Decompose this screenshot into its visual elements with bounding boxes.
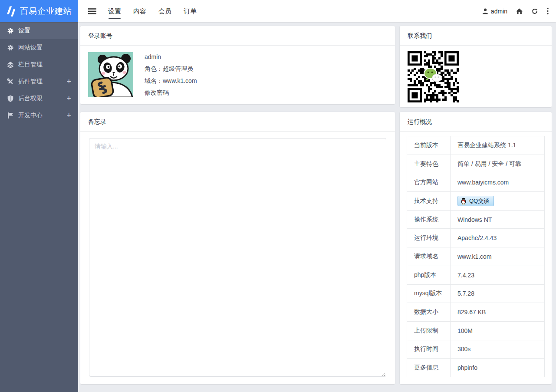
wechat-qr-code bbox=[408, 51, 459, 102]
right-column: 联系我们 运行概况 bbox=[400, 26, 552, 384]
tools-icon bbox=[7, 78, 14, 85]
tab-content[interactable]: 内容 bbox=[133, 0, 146, 22]
gear-icon bbox=[7, 27, 14, 34]
status-row-label: 执行时间 bbox=[407, 340, 451, 359]
user-icon bbox=[482, 8, 489, 15]
nav-tabs: 设置内容会员订单 bbox=[102, 0, 203, 22]
top-header: 百易企业建站 设置内容会员订单 admin bbox=[0, 0, 556, 22]
status-row-value: phpinfo bbox=[451, 359, 484, 377]
account-domain: 域名：www.k1.com bbox=[145, 76, 197, 85]
brand-title: 百易企业建站 bbox=[20, 6, 72, 17]
refresh-icon[interactable] bbox=[531, 8, 538, 15]
sidebar-item-label: 开发中心 bbox=[18, 112, 43, 119]
status-row-value: Windows NT bbox=[451, 211, 499, 229]
login-account-card: 登录账号 bbox=[80, 26, 395, 104]
status-row-value: Apache/2.4.43 bbox=[451, 229, 503, 247]
status-row-label: 请求域名 bbox=[407, 247, 451, 266]
tab-orders[interactable]: 订单 bbox=[184, 0, 197, 22]
status-row-value: 简单 / 易用 / 安全 / 可靠 bbox=[451, 155, 528, 173]
main-content: 登录账号 bbox=[78, 22, 556, 392]
memo-textarea[interactable] bbox=[89, 138, 386, 377]
status-table-row: 技术支持 QQ交谈 bbox=[407, 192, 544, 211]
status-row-label: php版本 bbox=[407, 266, 451, 284]
shield-icon bbox=[7, 95, 14, 102]
status-row-value: 829.67 KB bbox=[451, 303, 493, 321]
sidebar-item-label: 网站设置 bbox=[18, 44, 43, 52]
status-row-label: 运行环境 bbox=[407, 229, 451, 247]
status-row-value: 5.7.28 bbox=[451, 285, 481, 303]
status-row-value: www.baiyicms.com bbox=[451, 173, 516, 191]
username-label: admin bbox=[491, 8, 507, 15]
status-table-row: 更多信息 phpinfo bbox=[407, 359, 544, 377]
sidebar-item-permissions[interactable]: 后台权限 + bbox=[0, 90, 78, 107]
sidebar-item-label: 栏目管理 bbox=[18, 61, 43, 69]
status-row-value: 百易企业建站系统 1.1 bbox=[451, 136, 523, 155]
sidebar-item-site-settings[interactable]: 网站设置 + bbox=[0, 39, 78, 56]
qq-chat-label: QQ交谈 bbox=[469, 197, 489, 205]
status-row-label: 更多信息 bbox=[407, 359, 451, 377]
status-table-row: 请求域名 www.k1.com bbox=[407, 247, 544, 266]
status-row-value: 7.4.23 bbox=[451, 266, 481, 284]
plus-icon[interactable]: + bbox=[66, 78, 71, 86]
tab-members[interactable]: 会员 bbox=[158, 0, 171, 22]
login-account-body: admin 角色：超级管理员 域名：www.k1.com 修改密码 bbox=[80, 46, 395, 104]
status-table-row: 数据大小 829.67 KB bbox=[407, 303, 544, 322]
wechat-icon bbox=[423, 67, 443, 85]
status-row-value: www.k1.com bbox=[451, 247, 499, 266]
sidebar-item-label: 后台权限 bbox=[18, 95, 43, 102]
sidebar-item-plugins[interactable]: 插件管理 + bbox=[0, 73, 78, 90]
status-table-row: mysql版本 5.7.28 bbox=[407, 285, 544, 303]
account-username: admin bbox=[145, 53, 197, 61]
left-column: 登录账号 bbox=[80, 26, 395, 384]
tab-settings[interactable]: 设置 bbox=[108, 0, 121, 22]
qq-chat-button[interactable]: QQ交谈 bbox=[457, 196, 494, 206]
contact-card: 联系我们 bbox=[400, 26, 552, 107]
hamburger-icon[interactable] bbox=[82, 8, 102, 15]
system-status-card-title: 运行概况 bbox=[400, 112, 552, 132]
sidebar-item-dev-center[interactable]: 开发中心 + bbox=[0, 107, 78, 124]
brand-slashes-icon bbox=[6, 5, 16, 17]
sidebar-item-settings[interactable]: 设置 + bbox=[0, 22, 78, 39]
sidebar: 设置 + 网站设置 + 栏目管理 + 插件管理 + 后台权限 + 开发中心 + bbox=[0, 22, 78, 392]
status-row-label: mysql版本 bbox=[407, 285, 451, 303]
system-status-card: 运行概况 当前版本 百易企业建站系统 1.1 主要特色 简单 / 易用 / 安全… bbox=[400, 112, 552, 384]
status-row-label: 数据大小 bbox=[407, 303, 451, 321]
change-password-link[interactable]: 修改密码 bbox=[145, 88, 197, 97]
status-table-row: 上传限制 100M bbox=[407, 322, 544, 340]
contact-body bbox=[400, 46, 552, 108]
panda-avatar bbox=[88, 52, 133, 97]
login-account-card-title: 登录账号 bbox=[80, 26, 395, 46]
account-info: admin 角色：超级管理员 域名：www.k1.com 修改密码 bbox=[145, 52, 197, 97]
status-table-row: 当前版本 百易企业建站系统 1.1 bbox=[407, 136, 544, 155]
status-table-row: 执行时间 300s bbox=[407, 340, 544, 359]
flag-icon bbox=[7, 112, 14, 119]
memo-card-title: 备忘录 bbox=[80, 112, 395, 132]
brand-logo[interactable]: 百易企业建站 bbox=[0, 0, 78, 22]
account-role: 角色：超级管理员 bbox=[145, 64, 197, 73]
home-icon[interactable] bbox=[516, 8, 523, 15]
status-row-value: 100M bbox=[451, 322, 480, 340]
gear-icon bbox=[7, 44, 14, 51]
status-row-label: 官方网站 bbox=[407, 173, 451, 191]
status-row-label: 当前版本 bbox=[407, 136, 451, 155]
plus-icon[interactable]: + bbox=[66, 112, 71, 119]
contact-card-title: 联系我们 bbox=[400, 26, 552, 46]
status-row-label: 技术支持 bbox=[407, 192, 451, 210]
status-table-row: 官方网站 www.baiyicms.com bbox=[407, 173, 544, 192]
header-right: admin bbox=[482, 0, 556, 22]
memo-card: 备忘录 bbox=[80, 112, 395, 384]
kebab-menu-icon[interactable] bbox=[546, 7, 549, 15]
layers-icon bbox=[7, 61, 14, 68]
status-table-row: 运行环境 Apache/2.4.43 bbox=[407, 229, 544, 247]
top-nav: 设置内容会员订单 bbox=[78, 0, 482, 22]
current-user[interactable]: admin bbox=[482, 8, 507, 15]
status-table-row: php版本 7.4.23 bbox=[407, 266, 544, 285]
status-row-label: 主要特色 bbox=[407, 155, 451, 173]
status-table-row: 主要特色 简单 / 易用 / 安全 / 可靠 bbox=[407, 155, 544, 174]
plus-icon[interactable]: + bbox=[66, 95, 71, 102]
status-table-row: 操作系统 Windows NT bbox=[407, 211, 544, 229]
sidebar-item-columns[interactable]: 栏目管理 + bbox=[0, 56, 78, 73]
sidebar-item-label: 插件管理 bbox=[18, 78, 43, 86]
status-table: 当前版本 百易企业建站系统 1.1 主要特色 简单 / 易用 / 安全 / 可靠… bbox=[407, 136, 545, 377]
status-row-value: QQ交谈 bbox=[451, 192, 501, 210]
